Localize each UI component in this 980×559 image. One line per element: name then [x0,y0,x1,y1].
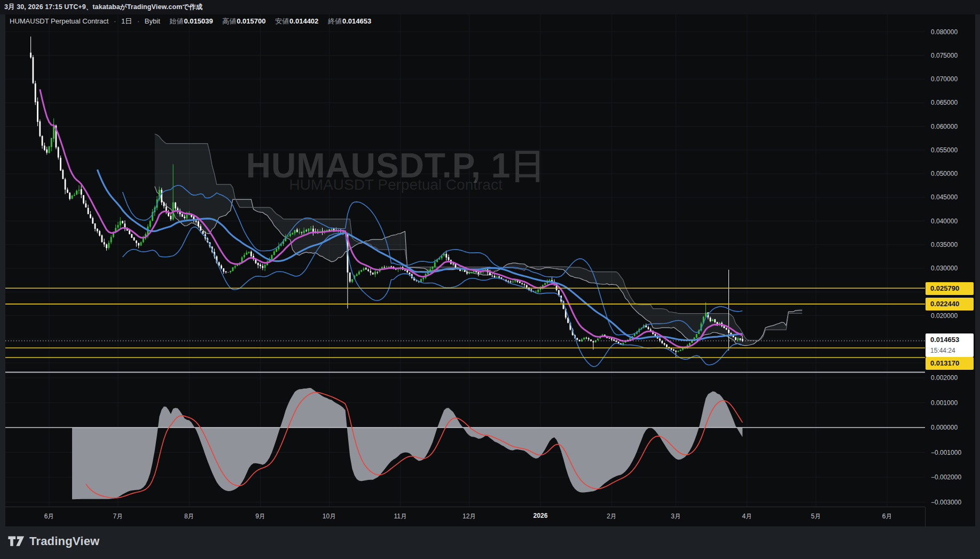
time-tick-label: 4月 [742,512,752,521]
time-tick-label: 6月 [44,512,54,521]
legend-low: 安値0.014402 [275,17,318,25]
attribution-bar: 3月 30, 2026 17:15 UTC+9、takatabaがTrading… [0,0,980,14]
price-tick-label: 0.055000 [931,146,958,154]
legend-close: 終値0.014653 [328,17,371,25]
time-tick-label: 7月 [113,512,123,521]
symbol-legend[interactable]: HUMAUSDT Perpetual Contract · 1日 · Bybit… [10,16,371,27]
legend-symbol-title[interactable]: HUMAUSDT Perpetual Contract [10,17,108,25]
price-tick-label: 0.030000 [931,265,958,272]
time-tick-label: 5月 [811,512,821,521]
bar-countdown: 15:44:24 [930,346,974,356]
price-tick-label: 0.020000 [931,312,958,320]
indicator-tick-label: 0.000000 [931,424,958,431]
price-tick-label: 0.035000 [931,241,958,249]
price-tick-label: 0.075000 [931,52,958,59]
indicator-tick-label: −0.001000 [931,449,961,456]
legend-exchange[interactable]: Bybit [145,17,160,25]
legend-open: 始値0.015039 [169,17,213,25]
price-tick-label: 0.050000 [931,170,958,177]
time-tick-label: 2026 [534,512,548,519]
legend-high: 高値0.015700 [222,17,265,25]
time-tick-label: 11月 [394,512,407,521]
indicator-tick-label: −0.003000 [931,499,961,506]
legend-separator: · [114,17,116,25]
price-chart-canvas[interactable] [5,14,975,526]
price-tick-label: 0.070000 [931,75,958,83]
indicator-tick-label: 0.001000 [931,399,958,407]
price-tick-label: 0.045000 [931,193,958,201]
time-tick-label: 10月 [323,512,336,521]
price-tick-label: 0.040000 [931,218,958,225]
indicator-tick-label: 0.002000 [931,374,958,382]
price-tick-label: 0.080000 [931,28,958,36]
attribution-text: 3月 30, 2026 17:15 UTC+9、takatabaがTrading… [4,3,202,11]
time-tick-label: 8月 [184,512,194,521]
time-tick-label: 9月 [255,512,265,521]
legend-interval[interactable]: 1日 [121,17,132,25]
time-tick-label: 3月 [671,512,681,521]
tradingview-logo-icon [7,535,25,548]
time-tick-label: 2月 [607,512,617,521]
tradingview-chart-screenshot: 3月 30, 2026 17:15 UTC+9、takatabaがTrading… [0,0,980,559]
time-axis[interactable]: 6月7月8月9月10月11月12月20262月3月4月5月6月 [5,507,925,526]
tradingview-logo[interactable]: TradingView [7,534,99,548]
bottom-bar: TradingView [0,526,980,559]
chart-widget[interactable]: HUMAUSDT.P, 1日 HUMAUSDT Perpetual Contra… [5,14,975,526]
last-price-value: 0.014653 [930,333,974,346]
price-level-label-1: 0.025790 [926,282,974,295]
price-level-label-2: 0.022440 [926,298,974,310]
indicator-tick-label: −0.002000 [931,473,961,481]
last-price-label: 0.014653 15:44:24 [926,333,974,357]
legend-separator: · [137,17,139,25]
time-tick-label: 6月 [882,512,892,521]
time-tick-label: 12月 [462,512,476,521]
price-tick-label: 0.065000 [931,99,958,106]
price-level-label-3: 0.013170 [926,357,974,370]
price-tick-label: 0.060000 [931,123,958,130]
tradingview-logo-text: TradingView [29,534,99,548]
price-axis[interactable]: 0.025790 0.022440 0.014653 15:44:24 0.01… [925,14,975,507]
